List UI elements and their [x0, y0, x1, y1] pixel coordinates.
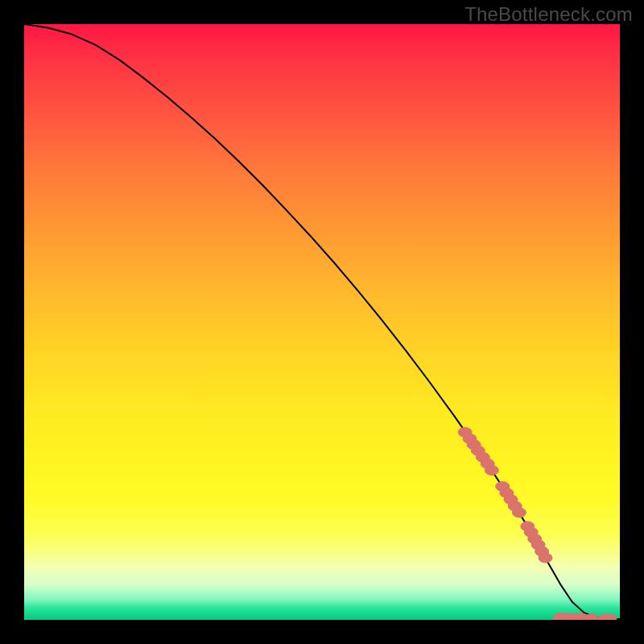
- marker-point: [512, 508, 526, 518]
- marker-point: [485, 465, 498, 475]
- chart-container: TheBottleneck.com: [0, 0, 644, 644]
- plot-area: [24, 24, 620, 620]
- watermark-text: TheBottleneck.com: [464, 3, 633, 26]
- marker-point: [539, 553, 552, 563]
- chart-svg: [24, 24, 620, 620]
- highlight-markers: [458, 427, 617, 620]
